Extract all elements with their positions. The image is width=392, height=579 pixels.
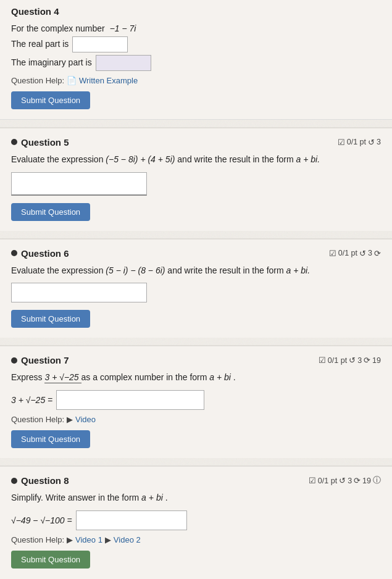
check-icon-q6: ☑ (329, 249, 336, 258)
q8-help: Question Help: ▶ Video 1 ▶ Video 2 (11, 535, 381, 544)
question-5-block: Question 5 ☑ 0/1 pt ↺ 3 Evaluate the exp… (0, 127, 392, 231)
q6-result-text: and write the result in the form (167, 265, 286, 275)
check-icon-q7: ☑ (319, 356, 326, 365)
question-8-block: Question 8 ☑ 0/1 pt ↺ 3 ⟳ 19 ⓘ Simplify.… (0, 465, 392, 578)
q7-eq-prefix: 3 + √−25 = (11, 395, 52, 405)
imaginary-part-row: The imaginary part is (11, 55, 381, 71)
question-4-help: Question Help: 📄 Written Example (11, 76, 381, 85)
retake-icon-q6: ↺ (359, 249, 366, 258)
q7-help: Question Help: ▶ Video (11, 415, 381, 424)
question-8-header: Question 8 ☑ 0/1 pt ↺ 3 ⟳ 19 ⓘ (11, 475, 381, 486)
help-label: Question Help: (11, 76, 64, 85)
q7-score: ☑ 0/1 pt ↺ 3 ⟳ 19 (319, 356, 381, 365)
q7-eq-row: 3 + √−25 = (11, 390, 381, 410)
info-icon-q8: ⓘ (373, 475, 381, 486)
question-8-title: Question 8 (11, 475, 69, 486)
q5-result-text: and write the result in the form (177, 154, 296, 164)
q6-score: ☑ 0/1 pt ↺ 3 ⟳ (329, 249, 381, 258)
reload-icon-q7: ⟳ (364, 356, 370, 365)
imaginary-label: The imaginary part is (11, 56, 92, 70)
q6-expression: (5 − i) − (8 − 6i) (106, 265, 165, 275)
doc-icon: 📄 (67, 76, 77, 85)
imaginary-part-input[interactable] (96, 55, 151, 71)
question-7-block: Question 7 ☑ 0/1 pt ↺ 3 ⟳ 19 Express 3 +… (0, 345, 392, 458)
q7-help-label: Question Help: (11, 415, 64, 424)
q8-eq-row: √−49 − √−100 = (11, 510, 381, 530)
q5-answer-input[interactable] (11, 172, 147, 196)
real-part-row: The real part is (11, 36, 381, 52)
q7-body: Express 3 + √−25 as a complex number in … (11, 370, 381, 385)
real-part-input[interactable] (72, 36, 128, 52)
retake-icon-q8: ↺ (339, 476, 346, 485)
q6-body: Evaluate the expression (5 − i) − (8 − 6… (11, 264, 381, 278)
q7-video-link[interactable]: Video (75, 415, 96, 424)
q6-answer-input[interactable] (11, 283, 147, 302)
check-icon-q8: ☑ (309, 476, 316, 485)
question-4-title: Question 4 (11, 6, 381, 17)
q8-video2-link[interactable]: Video 2 (114, 535, 141, 544)
q5-score: ☑ 0/1 pt ↺ 3 (338, 138, 381, 147)
question-6-title: Question 6 (11, 248, 69, 259)
written-example-link[interactable]: Written Example (79, 76, 138, 85)
question-5-header: Question 5 ☑ 0/1 pt ↺ 3 (11, 137, 381, 148)
q8-dot (11, 478, 17, 484)
complex-number-intro: For the complex number −1 − 7i (11, 22, 381, 36)
q7-video-icon: ▶ (67, 415, 73, 424)
q5-body: Evaluate the expression (−5 − 8i) + (4 +… (11, 152, 381, 167)
q7-as-text: as a complex number in the form (81, 372, 207, 382)
q5-form: a + bi. (296, 154, 320, 164)
q8-submit-button[interactable]: Submit Question (11, 551, 90, 569)
q7-answer-input[interactable] (56, 390, 204, 410)
q7-submit-button[interactable]: Submit Question (11, 430, 90, 448)
body-intro-text: For the complex number (11, 23, 105, 33)
q5-expression: (−5 − 8i) + (4 + 5i) (106, 154, 175, 164)
real-label: The real part is (11, 37, 69, 52)
q6-form: a + bi. (286, 265, 311, 275)
q5-dot (11, 139, 17, 145)
q8-video1-icon: ▶ (67, 535, 73, 544)
q4-submit-button[interactable]: Submit Question (11, 91, 90, 109)
q8-help-label: Question Help: (11, 535, 64, 544)
q8-video2-icon: ▶ (105, 535, 111, 544)
reload-icon-q8: ⟳ (354, 476, 361, 485)
q6-submit-button[interactable]: Submit Question (11, 310, 90, 328)
q5-submit-button[interactable]: Submit Question (11, 203, 90, 221)
q7-form: a + bi (209, 372, 231, 382)
complex-number: −1 − 7i (110, 23, 136, 33)
retake-icon-q5: ↺ (368, 138, 375, 147)
retake-icon-q7: ↺ (349, 356, 356, 365)
check-icon: ☑ (338, 138, 345, 147)
question-7-title: Question 7 (11, 355, 69, 365)
q8-body: Simplify. Write answer in the form a + b… (11, 491, 381, 506)
q6-dot (11, 250, 17, 256)
reload-icon-q6: ⟳ (374, 249, 381, 258)
question-6-header: Question 6 ☑ 0/1 pt ↺ 3 ⟳ (11, 248, 381, 259)
question-6-block: Question 6 ☑ 0/1 pt ↺ 3 ⟳ Evaluate the e… (0, 238, 392, 338)
q7-expression: 3 + √−25 (44, 372, 81, 383)
q8-form: a + bi (141, 493, 163, 502)
q8-video1-link[interactable]: Video 1 (75, 535, 102, 544)
question-4-block: Question 4 For the complex number −1 − 7… (0, 0, 392, 120)
q8-eq-prefix: √−49 − √−100 = (11, 515, 72, 525)
question-7-header: Question 7 ☑ 0/1 pt ↺ 3 ⟳ 19 (11, 355, 381, 365)
question-5-title: Question 5 (11, 137, 69, 148)
q8-answer-input[interactable] (76, 510, 187, 530)
q8-score: ☑ 0/1 pt ↺ 3 ⟳ 19 ⓘ (309, 475, 381, 486)
q7-dot (11, 357, 17, 364)
